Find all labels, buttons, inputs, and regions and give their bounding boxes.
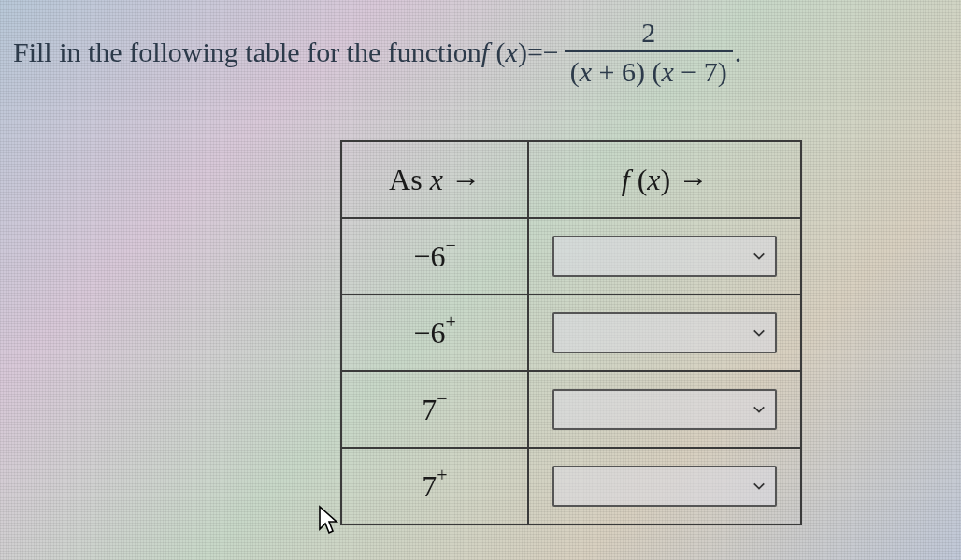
chevron-down-icon [753, 326, 766, 339]
header-fx: f (x) → [528, 141, 801, 218]
limits-table: As x → f (x) → −6− −6+ 7− [340, 140, 802, 525]
denominator: (x + 6) (x − 7) [565, 50, 733, 88]
header-x: As x → [341, 141, 528, 218]
table-row: 7− [341, 371, 801, 448]
fn-arg: x [506, 36, 518, 68]
fx-cell-0 [528, 218, 801, 294]
prompt-text: Fill in the following table for the func… [13, 36, 481, 68]
x-cell-0: −6− [341, 218, 528, 294]
fx-cell-2 [528, 371, 801, 448]
table-row: 7+ [341, 448, 801, 524]
chevron-down-icon [753, 480, 766, 493]
table-row: −6− [341, 218, 801, 294]
x-cell-3: 7+ [341, 448, 528, 524]
chevron-down-icon [753, 403, 766, 416]
fn-name: f [481, 36, 489, 68]
equals-sign: = [527, 36, 543, 68]
question-prompt: Fill in the following table for the func… [13, 17, 741, 88]
x-cell-1: −6+ [341, 294, 528, 371]
negative-sign: − [543, 36, 559, 68]
fraction: 2 (x + 6) (x − 7) [565, 17, 733, 88]
fx-select-3[interactable] [552, 466, 777, 507]
x-cell-2: 7− [341, 371, 528, 448]
table-row: −6+ [341, 294, 801, 371]
fx-cell-3 [528, 448, 801, 524]
fx-select-2[interactable] [552, 389, 777, 430]
fx-select-0[interactable] [552, 236, 777, 277]
fx-cell-1 [528, 294, 801, 371]
period: . [735, 36, 742, 68]
table-header-row: As x → f (x) → [341, 141, 801, 218]
fx-select-1[interactable] [552, 312, 777, 353]
numerator: 2 [636, 17, 661, 50]
function-expression: f (x) = − 2 (x + 6) (x − 7) [481, 17, 733, 88]
chevron-down-icon [753, 250, 766, 263]
cursor-arrow-icon [316, 505, 342, 537]
